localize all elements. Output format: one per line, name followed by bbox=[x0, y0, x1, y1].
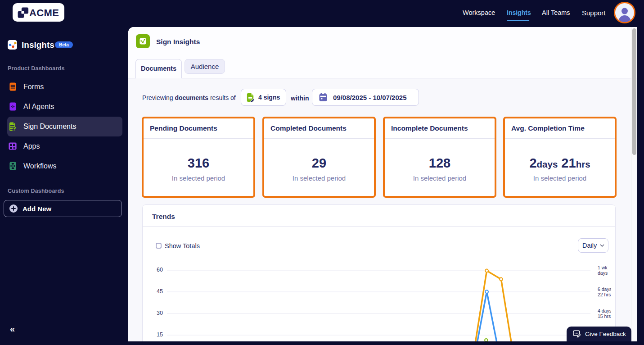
svg-text:ACME: ACME bbox=[29, 7, 59, 18]
